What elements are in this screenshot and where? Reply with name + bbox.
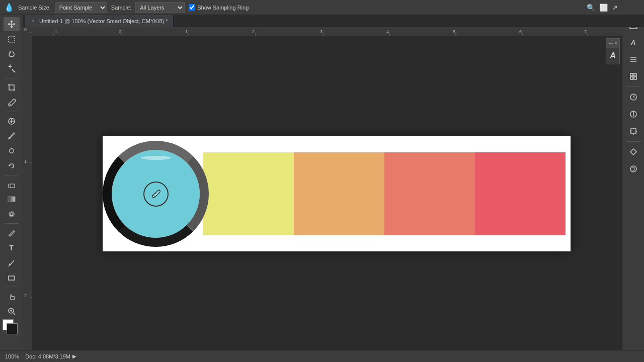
doc-info: Doc: 4.08M/3.19M ▶: [25, 353, 76, 359]
color-swatch-area: [3, 319, 21, 335]
panel-btn-9[interactable]: [625, 161, 641, 177]
path-select-btn[interactable]: [4, 256, 20, 270]
circle-swatch: [112, 150, 200, 238]
move-tool-btn[interactable]: [4, 17, 20, 31]
sample-select[interactable]: All Layers Current Layer: [135, 2, 185, 13]
svg-rect-56: [634, 73, 636, 76]
share-icon[interactable]: ↗: [612, 4, 618, 12]
sample-size-select[interactable]: Point Sample 3 by 3 Average 5 by 5 Avera…: [55, 2, 107, 13]
left-toolbar: T: [0, 15, 23, 350]
svg-text:1: 1: [24, 159, 27, 164]
svg-text:3: 3: [320, 29, 323, 34]
float-panel-content: A: [606, 48, 619, 64]
svg-line-19: [13, 313, 15, 315]
search-icon[interactable]: 🔍: [587, 4, 595, 12]
tool-divider-4: [5, 223, 19, 224]
salmon-swatch: [384, 152, 475, 235]
circle-highlight: [141, 156, 171, 160]
sampling-ring: [143, 182, 169, 207]
zoom-tool-btn[interactable]: [4, 304, 20, 318]
artboard: [103, 136, 571, 251]
hand-tool-btn[interactable]: [4, 289, 20, 303]
marquee-tool-btn[interactable]: [4, 32, 20, 46]
doc-info-arrow[interactable]: ▶: [72, 353, 76, 359]
status-bar: 100% Doc: 4.08M/3.19M ▶: [0, 350, 644, 362]
magic-wand-btn[interactable]: [4, 62, 20, 76]
panel-btn-8[interactable]: [625, 144, 641, 160]
svg-line-1: [10, 51, 11, 52]
float-char-icon[interactable]: A: [607, 50, 619, 62]
eraser-tool-btn[interactable]: [4, 177, 20, 192]
panel-btn-char[interactable]: A: [625, 34, 641, 50]
show-sampling-ring-group: Show Sampling Ring: [189, 4, 249, 11]
text-tool-btn[interactable]: T: [4, 241, 20, 255]
artboard-content: [103, 136, 571, 251]
svg-rect-12: [9, 184, 15, 188]
svg-text:4: 4: [386, 29, 389, 34]
tab-close-btn[interactable]: ×: [30, 18, 36, 24]
panel-btn-4[interactable]: [625, 68, 641, 84]
panel-btn-3[interactable]: [625, 51, 641, 67]
history-brush-btn[interactable]: [4, 159, 20, 173]
workspace-icon[interactable]: ⬜: [599, 4, 608, 12]
crop-tool-btn[interactable]: [4, 80, 20, 95]
svg-text:6: 6: [519, 29, 522, 34]
svg-rect-41: [23, 27, 32, 350]
svg-text:0: 0: [24, 27, 27, 32]
gradient-tool-btn[interactable]: [4, 193, 20, 207]
blur-tool-btn[interactable]: [4, 207, 20, 221]
sample-label: Sample:: [111, 5, 131, 11]
svg-point-16: [10, 213, 13, 216]
show-sampling-ring-label: Show Sampling Ring: [197, 5, 249, 11]
brush-tool-btn[interactable]: [4, 129, 20, 143]
panel-btn-6[interactable]: [625, 106, 641, 122]
eyedropper-tool-btn[interactable]: [4, 96, 20, 110]
tab-title: Untitled-1 @ 100% (Vector Smart Object, …: [39, 18, 168, 24]
fg-color-swatch[interactable]: [7, 323, 18, 334]
svg-text:2: 2: [24, 293, 27, 298]
tool-divider-5: [5, 287, 19, 287]
panel-btn-5[interactable]: [625, 89, 641, 105]
top-right-icons: 🔍 ⬜ ↗: [587, 0, 622, 15]
svg-rect-17: [9, 276, 15, 280]
vertical-ruler: 0 1 2: [23, 27, 32, 350]
svg-text:-1: -1: [53, 29, 57, 34]
float-panel: — × A: [606, 38, 620, 64]
svg-rect-58: [634, 77, 636, 79]
yellow-swatch: [203, 152, 294, 235]
shape-tool-btn[interactable]: [4, 271, 20, 285]
tool-divider-3: [5, 175, 19, 175]
float-panel-collapse[interactable]: —: [609, 41, 613, 46]
svg-point-67: [630, 166, 636, 172]
right-panel: A: [622, 15, 644, 350]
circle-swatch-container: [108, 146, 203, 241]
svg-rect-62: [631, 129, 636, 134]
eyedropper-cursor-icon: [151, 189, 161, 199]
show-sampling-ring-checkbox[interactable]: [189, 4, 195, 11]
tool-divider-2: [5, 112, 19, 112]
eyedropper-icon: 💧: [4, 3, 14, 12]
float-panel-header: — ×: [606, 39, 619, 48]
pen-tool-btn[interactable]: [4, 226, 20, 240]
tool-divider-1: [5, 78, 19, 78]
svg-text:7: 7: [584, 29, 587, 34]
svg-line-2: [12, 69, 15, 72]
canvas-area: [32, 36, 622, 350]
svg-rect-57: [630, 77, 633, 79]
red-swatch: [475, 152, 566, 235]
document-tab[interactable]: × Untitled-1 @ 100% (Vector Smart Object…: [25, 15, 174, 27]
svg-text:0: 0: [119, 29, 121, 34]
sample-size-label: Sample Size:: [18, 5, 51, 11]
float-panel-close[interactable]: ×: [615, 41, 617, 46]
lasso-tool-btn[interactable]: [4, 47, 20, 61]
svg-rect-55: [630, 73, 633, 76]
svg-text:1: 1: [185, 29, 188, 34]
svg-rect-13: [11, 184, 11, 188]
right-panel-divider-2: [626, 141, 641, 142]
orange-swatch: [294, 152, 384, 235]
panel-btn-7[interactable]: [625, 123, 641, 139]
svg-rect-0: [9, 36, 15, 42]
healing-tool-btn[interactable]: [4, 114, 20, 128]
svg-rect-14: [8, 197, 15, 202]
clone-tool-btn[interactable]: [4, 144, 20, 158]
